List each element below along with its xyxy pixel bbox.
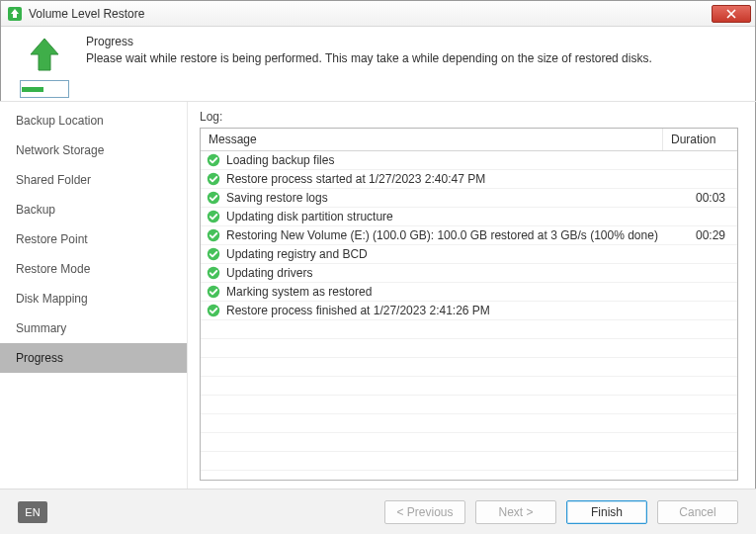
check-icon xyxy=(207,285,220,299)
wizard-content: Log: Message Duration Loading backup fil… xyxy=(188,102,756,489)
wizard-header-graphic xyxy=(15,35,74,98)
sidebar-item-summary[interactable]: Summary xyxy=(0,313,187,343)
log-row-empty xyxy=(201,433,737,452)
log-row-empty xyxy=(201,377,737,396)
log-message: Updating registry and BCD xyxy=(226,247,664,261)
header-title: Progress xyxy=(86,35,741,48)
wizard-steps-sidebar: Backup LocationNetwork StorageShared Fol… xyxy=(0,102,188,489)
check-icon xyxy=(207,210,220,223)
check-icon xyxy=(207,153,220,167)
language-badge[interactable]: EN xyxy=(18,501,47,523)
log-message: Updating drivers xyxy=(226,266,664,280)
svg-point-9 xyxy=(208,305,219,316)
log-message: Updating disk partition structure xyxy=(226,210,664,223)
log-col-duration: Duration xyxy=(662,129,737,150)
check-icon xyxy=(207,304,220,317)
header-description: Please wait while restore is being perfo… xyxy=(86,51,741,65)
log-label: Log: xyxy=(200,110,738,124)
check-icon xyxy=(207,247,220,261)
sidebar-item-progress[interactable]: Progress xyxy=(0,343,187,373)
svg-point-8 xyxy=(208,286,219,298)
previous-button[interactable]: < Previous xyxy=(384,500,465,524)
svg-point-6 xyxy=(208,248,219,260)
log-message: Saving restore logs xyxy=(226,191,664,205)
check-icon xyxy=(207,172,220,186)
wizard-body: Backup LocationNetwork StorageShared Fol… xyxy=(0,101,756,489)
svg-point-2 xyxy=(208,173,219,185)
log-row[interactable]: Loading backup files xyxy=(201,151,737,170)
log-message: Marking system as restored xyxy=(226,285,664,299)
finish-button[interactable]: Finish xyxy=(566,500,647,524)
sidebar-item-backup[interactable]: Backup xyxy=(0,195,187,224)
svg-point-5 xyxy=(208,229,219,241)
log-row-empty xyxy=(201,396,737,414)
progress-indicator xyxy=(20,80,69,98)
app-icon xyxy=(7,6,23,22)
log-row-empty xyxy=(201,414,737,433)
log-header: Message Duration xyxy=(201,129,737,151)
sidebar-item-network-storage[interactable]: Network Storage xyxy=(0,135,187,165)
sidebar-item-backup-location[interactable]: Backup Location xyxy=(0,106,187,135)
log-row-empty xyxy=(201,358,737,377)
arrow-up-icon xyxy=(24,35,65,76)
check-icon xyxy=(207,266,220,280)
log-message: Restore process started at 1/27/2023 2:4… xyxy=(226,172,664,186)
log-message: Loading backup files xyxy=(226,153,664,167)
wizard-footer: EN < Previous Next > Finish Cancel xyxy=(0,489,756,534)
log-row[interactable]: Restore process finished at 1/27/2023 2:… xyxy=(201,302,737,320)
svg-point-3 xyxy=(208,192,219,204)
svg-point-7 xyxy=(208,267,219,279)
log-row[interactable]: Updating disk partition structure xyxy=(201,208,737,226)
log-row[interactable]: Saving restore logs00:03 xyxy=(201,189,737,208)
sidebar-item-restore-point[interactable]: Restore Point xyxy=(0,224,187,254)
check-icon xyxy=(207,228,220,242)
log-box: Message Duration Loading backup filesRes… xyxy=(200,128,738,481)
cancel-button[interactable]: Cancel xyxy=(657,500,738,524)
log-duration: 00:29 xyxy=(664,228,731,242)
window-title: Volume Level Restore xyxy=(29,7,706,21)
next-button[interactable]: Next > xyxy=(475,500,556,524)
log-message: Restoring New Volume (E:) (100.0 GB): 10… xyxy=(226,228,664,242)
sidebar-item-shared-folder[interactable]: Shared Folder xyxy=(0,165,187,195)
log-duration: 00:03 xyxy=(664,191,731,205)
check-icon xyxy=(207,191,220,205)
log-row[interactable]: Restore process started at 1/27/2023 2:4… xyxy=(201,170,737,189)
log-row[interactable]: Updating drivers xyxy=(201,264,737,283)
svg-point-4 xyxy=(208,211,219,222)
sidebar-item-disk-mapping[interactable]: Disk Mapping xyxy=(0,284,187,313)
log-rows: Loading backup filesRestore process star… xyxy=(201,151,737,480)
sidebar-item-restore-mode[interactable]: Restore Mode xyxy=(0,254,187,284)
svg-point-1 xyxy=(208,154,219,166)
log-message: Restore process finished at 1/27/2023 2:… xyxy=(226,304,664,317)
titlebar: Volume Level Restore xyxy=(1,1,755,27)
log-row[interactable]: Marking system as restored xyxy=(201,283,737,302)
close-button[interactable] xyxy=(712,5,751,23)
log-row[interactable]: Updating registry and BCD xyxy=(201,245,737,264)
wizard-header: Progress Please wait while restore is be… xyxy=(1,27,755,102)
log-row[interactable]: Restoring New Volume (E:) (100.0 GB): 10… xyxy=(201,226,737,245)
log-row-empty xyxy=(201,339,737,358)
log-row-empty xyxy=(201,320,737,339)
log-row-empty xyxy=(201,452,737,471)
log-col-message: Message xyxy=(201,129,662,150)
